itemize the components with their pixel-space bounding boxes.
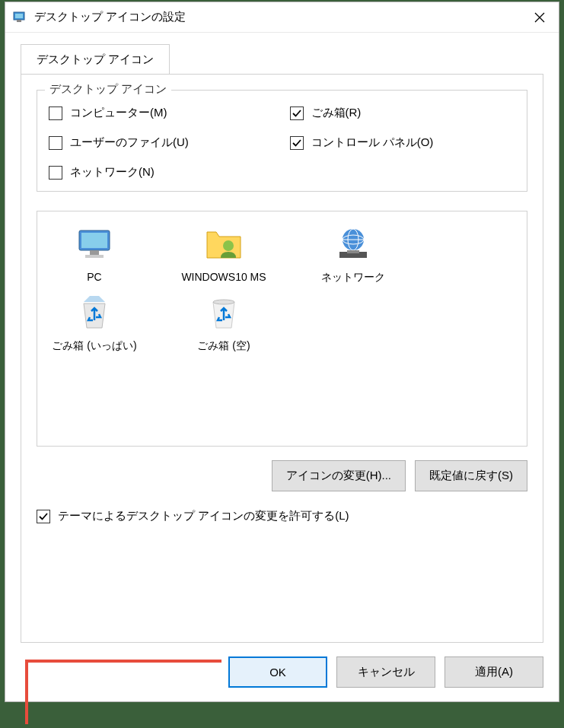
recycle-full-icon [73, 291, 116, 334]
checkmark-icon [39, 512, 48, 521]
dialog-buttons: OK キャンセル 適用(A) [5, 643, 559, 701]
checkbox-label: コンピューター(M) [70, 106, 167, 120]
tab-header: デスクトップ アイコン [21, 44, 543, 75]
checkbox-box[interactable] [49, 166, 62, 180]
checkbox-box[interactable] [290, 106, 304, 120]
cancel-button[interactable]: キャンセル [336, 656, 435, 688]
checkbox-label: ごみ箱(R) [311, 106, 362, 120]
desktop-icons-fieldset: デスクトップ アイコン コンピューター(M) ごみ箱(R) ユーザ [37, 90, 527, 192]
recycle-empty-icon [202, 291, 245, 334]
icon-label: ごみ箱 (空) [197, 339, 250, 352]
svg-rect-7 [90, 250, 99, 255]
icon-buttons-row: アイコンの変更(H)... 既定値に戻す(S) [37, 460, 527, 491]
content-area: デスクトップ アイコン デスクトップ アイコン コンピューター(M) ごみ箱(R… [5, 33, 559, 643]
fieldset-legend: デスクトップ アイコン [45, 82, 171, 97]
checkbox-computer[interactable]: コンピューター(M) [49, 106, 275, 120]
preview-recycle-empty[interactable]: ごみ箱 (空) [174, 291, 273, 352]
checkbox-label: コントロール パネル(O) [311, 135, 434, 150]
svg-point-9 [223, 240, 234, 251]
svg-rect-2 [17, 20, 21, 22]
preview-pc[interactable]: PC [45, 223, 144, 284]
checkbox-user-files[interactable]: ユーザーのファイル(U) [49, 135, 275, 150]
pc-icon [73, 223, 116, 265]
checkbox-label: ネットワーク(N) [70, 165, 155, 180]
checkbox-recycle-bin[interactable]: ごみ箱(R) [290, 106, 516, 120]
icon-label: PC [87, 270, 101, 284]
preview-recycle-full[interactable]: ごみ箱 (いっぱい) [45, 291, 144, 352]
close-button[interactable] [521, 2, 559, 33]
tab-body: デスクトップ アイコン コンピューター(M) ごみ箱(R) ユーザ [21, 74, 543, 643]
checkbox-box[interactable] [49, 106, 62, 120]
apply-button[interactable]: 適用(A) [445, 656, 543, 688]
preview-user[interactable]: WINDOWS10 MS [174, 223, 273, 284]
checkbox-box[interactable] [290, 136, 304, 150]
icon-label: WINDOWS10 MS [181, 270, 266, 284]
checkbox-label: テーマによるデスクトップ アイコンの変更を許可する(L) [58, 509, 349, 523]
checkbox-box[interactable] [49, 136, 62, 150]
preview-network[interactable]: ネットワーク [304, 223, 403, 284]
network-icon [332, 223, 374, 265]
svg-rect-6 [81, 233, 107, 248]
theme-allow-checkbox[interactable]: テーマによるデスクトップ アイコンの変更を許可する(L) [37, 509, 527, 523]
checkmark-icon [292, 138, 301, 148]
close-icon [534, 12, 545, 23]
change-icon-button[interactable]: アイコンの変更(H)... [272, 460, 406, 491]
icon-label: ごみ箱 (いっぱい) [52, 339, 136, 352]
titlebar-text: デスクトップ アイコンの設定 [34, 10, 521, 24]
checkbox-box[interactable] [37, 510, 50, 523]
svg-rect-15 [347, 250, 359, 253]
svg-point-16 [213, 300, 234, 304]
icon-preview-panel: PC WINDOWS10 MS ネットワーク ごみ箱 (いっぱい) [37, 211, 527, 447]
dialog-window: デスクトップ アイコンの設定 デスクトップ アイコン デスクトップ アイコン コ… [5, 2, 559, 702]
user-folder-icon [202, 223, 245, 265]
ok-button[interactable]: OK [228, 656, 327, 688]
checkbox-label: ユーザーのファイル(U) [70, 135, 189, 150]
checkmark-icon [292, 109, 301, 118]
svg-rect-1 [15, 14, 23, 18]
svg-rect-8 [85, 255, 104, 258]
tab-desktop-icons[interactable]: デスクトップ アイコン [21, 44, 170, 75]
icon-grid: PC WINDOWS10 MS ネットワーク ごみ箱 (いっぱい) [45, 223, 519, 352]
icon-label: ネットワーク [321, 270, 385, 284]
app-icon [13, 10, 28, 25]
checkbox-control-panel[interactable]: コントロール パネル(O) [290, 135, 516, 150]
titlebar: デスクトップ アイコンの設定 [5, 2, 559, 33]
restore-default-button[interactable]: 既定値に戻す(S) [415, 460, 527, 491]
checkbox-grid: コンピューター(M) ごみ箱(R) ユーザーのファイル(U) [49, 106, 515, 180]
checkbox-network[interactable]: ネットワーク(N) [49, 165, 275, 180]
